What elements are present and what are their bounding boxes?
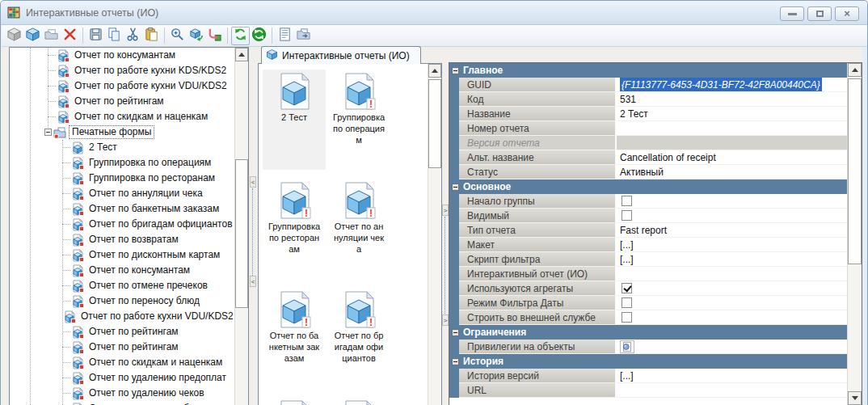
grid-report-item[interactable]: 2 Тест (263, 70, 326, 170)
property-value[interactable] (617, 136, 848, 150)
scroll-thumb[interactable] (235, 159, 248, 308)
chevron-left-icon[interactable]: < (250, 176, 256, 188)
scroll-up-button[interactable] (235, 48, 248, 61)
tree-item[interactable]: Отчет по удалениям блюд (10, 401, 235, 405)
tree-item[interactable]: Печатные формы (10, 124, 235, 140)
property-value[interactable]: Cancellation of receipt (617, 150, 848, 165)
tree-item[interactable]: Отчет по удалению предоплат (10, 370, 235, 386)
minimize-button[interactable] (780, 6, 804, 21)
tree-item[interactable]: Отчет по возвратам (10, 232, 235, 247)
new-cube-button[interactable] (5, 27, 23, 45)
checkbox[interactable] (622, 312, 632, 323)
grid-report-item[interactable]: !Группировка по ресторанам (263, 179, 326, 255)
zoom-button[interactable] (168, 27, 187, 45)
tree-item[interactable]: Отчет по работе кухни KDS/KDS2 (10, 63, 235, 78)
property-value[interactable]: 531 (617, 92, 848, 107)
close-button[interactable]: × (835, 6, 859, 21)
checkbox[interactable] (622, 196, 632, 206)
section-header[interactable]: История (449, 354, 848, 369)
property-value[interactable]: {F1113777-6453-4D31-BF72-42F8A00440CA} (617, 78, 848, 92)
grid-report-item[interactable]: ! (327, 397, 390, 405)
tree-scrollbar[interactable] (234, 48, 248, 405)
tree-item[interactable]: Отчет по консумантам (10, 263, 235, 278)
grid-report-item[interactable]: !Отчет по аннуляции чека (327, 179, 390, 255)
checkbox[interactable] (622, 210, 632, 221)
tree-item[interactable]: Отчет по рейтингам (10, 324, 235, 340)
section-header[interactable]: Основное (449, 179, 848, 194)
tree-item[interactable]: Отчет по дисконтным картам (10, 247, 235, 263)
grid-report-item[interactable]: !Группировка по операциям (327, 70, 390, 146)
collapse-icon[interactable] (452, 67, 459, 74)
property-value[interactable] (617, 121, 848, 136)
chevron-right-icon[interactable]: > (442, 205, 449, 216)
property-value[interactable] (617, 281, 848, 296)
section-header[interactable]: Главное (449, 63, 848, 78)
paste-button[interactable] (142, 27, 161, 45)
grid-scrollbar[interactable] (428, 64, 441, 405)
tree-item[interactable]: Отчет по работе кухни VDU/KDS2 (10, 78, 235, 94)
grid-report-item[interactable]: ! (263, 397, 326, 405)
copy-button[interactable] (105, 27, 124, 45)
tree-item[interactable]: 2 Тест (10, 140, 235, 155)
export-folder-button[interactable] (294, 27, 313, 45)
tree-item[interactable]: Отчет по консумантам (10, 48, 235, 63)
property-value[interactable]: [...] (617, 252, 848, 267)
props-scrollbar[interactable] (847, 63, 862, 405)
property-value[interactable] (617, 209, 848, 223)
grid-report-item[interactable]: !Отчет по бригадам официантов (327, 288, 390, 364)
property-value[interactable] (617, 267, 848, 281)
tree-item[interactable]: Отчет по аннуляции чека (10, 186, 235, 201)
tree-item[interactable]: Отчет по банкетным заказам (10, 201, 235, 217)
property-value[interactable] (617, 310, 848, 325)
cut-button[interactable] (124, 27, 142, 45)
tree-expander-icon[interactable] (44, 129, 52, 136)
tree-item[interactable]: Отчет по переносу блюд (10, 293, 235, 309)
property-value[interactable]: 2 Тест (617, 107, 848, 121)
chevron-left-icon[interactable]: < (250, 276, 256, 287)
collapse-icon[interactable] (452, 329, 459, 336)
grid-report-item[interactable]: !Отчет по банкетным заказам (263, 288, 326, 364)
tree-item[interactable]: Отчет по рейтингам (10, 94, 235, 109)
tree-item[interactable]: Отчет по скидкам и наценкам (10, 109, 235, 124)
scroll-thumb[interactable] (848, 78, 862, 264)
property-value[interactable] (617, 194, 848, 209)
collapse-icon[interactable] (452, 184, 459, 191)
delete-button[interactable] (61, 27, 79, 45)
privileges-icon[interactable] (620, 340, 634, 353)
title-bar[interactable]: Интерактивные отчеты (ИО) × (1, 1, 867, 25)
recycle-cube-button[interactable] (187, 27, 205, 45)
chevron-right-icon[interactable]: > (442, 314, 449, 326)
view-cube-button[interactable] (23, 27, 42, 45)
tab-interactive-reports[interactable]: Интерактивные отчеты (ИО) (261, 46, 421, 64)
checkbox[interactable] (622, 297, 632, 308)
property-value[interactable]: [...] (617, 238, 848, 252)
tree-item[interactable]: Отчет по отмене пречеков (10, 278, 235, 293)
scroll-thumb[interactable] (428, 79, 441, 168)
tree-item[interactable]: Отчет по рейтингам (10, 340, 235, 355)
checkbox-checked[interactable] (622, 283, 632, 293)
maximize-button[interactable] (807, 6, 832, 21)
tree-item[interactable]: Отчет по бригадам официантов (10, 217, 235, 232)
refresh-all-button[interactable] (250, 27, 268, 45)
scroll-down-button[interactable] (848, 391, 862, 405)
save-button[interactable] (86, 27, 105, 45)
right-splitter[interactable]: > > (442, 47, 449, 405)
left-splitter[interactable]: < < (250, 47, 256, 405)
import-button[interactable] (205, 27, 224, 45)
report-view-button[interactable] (276, 27, 294, 45)
section-header[interactable]: Ограничения (449, 325, 848, 340)
tree-item[interactable]: Группировка по операциям (10, 155, 235, 171)
property-value[interactable]: Fast report (617, 223, 848, 238)
property-value[interactable]: Активный (617, 165, 848, 179)
refresh-button[interactable] (231, 27, 250, 45)
property-value[interactable] (617, 383, 848, 398)
collapse-icon[interactable] (452, 358, 459, 365)
tree-item[interactable]: Отчет по работе кухни VDU/KDS2 (10, 309, 235, 324)
tree-item[interactable]: Группировка по ресторанам (10, 171, 235, 186)
property-value[interactable]: [...] (617, 369, 848, 383)
tree-item[interactable]: Отчет по удалению чеков (10, 386, 235, 401)
tree-item[interactable]: Отчет по скидкам и наценкам (10, 355, 235, 370)
open-folder-button[interactable] (42, 27, 61, 45)
property-value[interactable] (617, 296, 848, 310)
scroll-up-button[interactable] (848, 63, 862, 77)
